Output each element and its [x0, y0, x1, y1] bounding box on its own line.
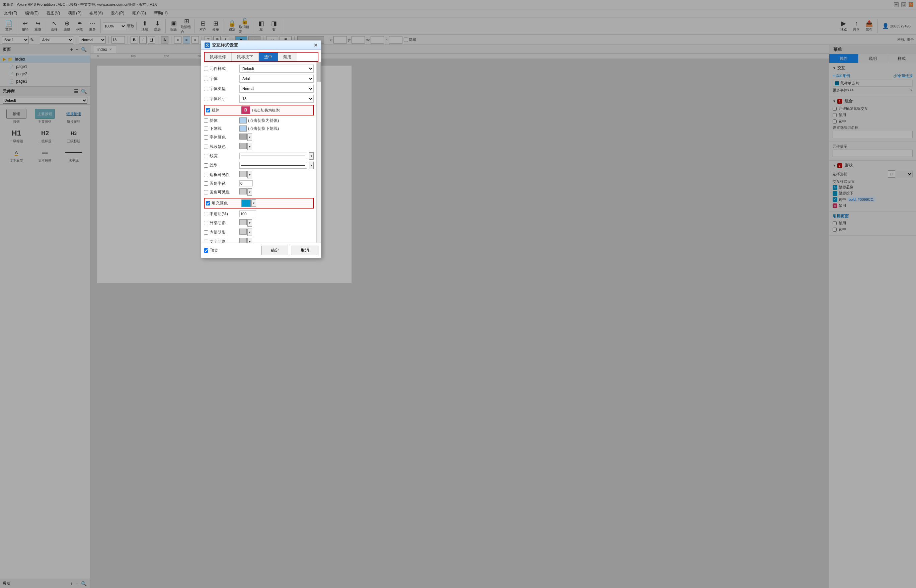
font-style-select-dialog[interactable]: Normal: [240, 85, 314, 93]
font-color-swatch[interactable]: [240, 134, 247, 139]
underline-row: 下划线 (点击切换下划线): [204, 126, 314, 131]
line-color-swatch[interactable]: [240, 143, 247, 149]
opacity-input[interactable]: [240, 210, 256, 217]
font-color-checkbox[interactable]: [204, 135, 208, 139]
underline-checkbox[interactable]: [204, 126, 208, 131]
dialog-tab-selected[interactable]: 选中: [259, 53, 278, 61]
font-color-row: 字体颜色 ▼: [204, 134, 314, 141]
inner-shadow-label: 内部阴影: [204, 229, 237, 235]
line-type-checkbox[interactable]: [204, 163, 208, 168]
widget-style-row: 元件样式 Default: [204, 65, 314, 73]
bold-toggle-button[interactable]: B: [241, 107, 250, 114]
corner-vis-label: 圆角可见性: [204, 189, 237, 195]
underline-swatch[interactable]: [240, 126, 247, 131]
italic-swatch[interactable]: [240, 118, 247, 123]
border-vis-text: 边框可见性: [210, 172, 230, 178]
line-width-value[interactable]: [240, 153, 307, 159]
font-select-dialog[interactable]: Arial: [240, 74, 314, 82]
cancel-button[interactable]: 取消: [291, 246, 319, 255]
italic-row: 斜体 (点击切换为斜体): [204, 118, 314, 123]
line-color-row: 线段颜色 ▼: [204, 143, 314, 150]
corner-vis-checkbox[interactable]: [204, 190, 208, 194]
font-text: 字体: [210, 76, 218, 82]
border-vis-checkbox[interactable]: [204, 173, 208, 177]
text-shadow-swatch[interactable]: [240, 238, 247, 242]
line-width-checkbox[interactable]: [204, 154, 208, 158]
corner-vis-row: 圆角可见性 ▼: [204, 188, 314, 196]
widget-style-text: 元件样式: [210, 66, 226, 72]
border-vis-dropdown[interactable]: ▼: [248, 171, 252, 178]
font-size-checkbox[interactable]: [204, 97, 208, 101]
outer-shadow-swatch[interactable]: [240, 219, 247, 225]
opacity-row: 不透明(%): [204, 210, 314, 217]
border-vis-label: 边框可见性: [204, 172, 237, 178]
italic-text: 斜体: [210, 118, 218, 123]
border-vis-swatch[interactable]: [240, 171, 247, 177]
font-color-value: ▼: [240, 134, 252, 141]
font-style-text: 字体类型: [210, 86, 226, 92]
bold-text: 粗体: [212, 107, 220, 113]
text-shadow-checkbox[interactable]: [204, 240, 208, 243]
corner-vis-value: ▼: [240, 188, 252, 196]
italic-checkbox[interactable]: [204, 118, 208, 123]
outer-shadow-row: 外部阴影 ▼: [204, 219, 314, 226]
inner-shadow-row: 内部阴影 ▼: [204, 229, 314, 236]
font-checkbox[interactable]: [204, 77, 208, 81]
dialog-tab-mouse-hover[interactable]: 鼠标悬停: [205, 53, 232, 61]
corner-vis-dropdown[interactable]: ▼: [248, 188, 252, 196]
dialog-scrollbar[interactable]: [316, 62, 321, 242]
line-type-row: 线型 ▼: [204, 162, 314, 169]
dialog-overlay: 交 交互样式设置 ✕ 鼠标悬停 鼠标按下 选中 禁用 元件样式: [0, 0, 916, 588]
inner-shadow-dropdown[interactable]: ▼: [248, 229, 252, 236]
dialog-tab-container: 鼠标悬停 鼠标按下 选中 禁用: [204, 52, 319, 62]
bold-row: 粗体 B (点击切换为粗体): [204, 105, 314, 115]
bold-checkbox[interactable]: [206, 108, 210, 113]
corner-vis-swatch[interactable]: [240, 188, 247, 194]
underline-value: (点击切换下划线): [240, 126, 279, 131]
outer-shadow-checkbox[interactable]: [204, 221, 208, 225]
text-shadow-text: 文字阴影: [210, 239, 226, 243]
dialog-tab-disabled[interactable]: 禁用: [278, 53, 297, 61]
font-style-label: 字体类型: [204, 86, 237, 92]
text-shadow-dropdown[interactable]: ▼: [248, 238, 252, 242]
opacity-checkbox[interactable]: [204, 212, 208, 216]
fill-color-checkbox[interactable]: [206, 201, 210, 205]
font-size-text: 字体尺寸: [210, 96, 226, 102]
dialog-title-icon: 交: [205, 42, 210, 48]
dialog-tab-mouse-down[interactable]: 鼠标按下: [232, 53, 259, 61]
widget-style-select[interactable]: Default: [240, 65, 314, 73]
corner-radius-input[interactable]: [240, 180, 253, 186]
dialog-close-button[interactable]: ✕: [314, 42, 318, 48]
inner-shadow-swatch[interactable]: [240, 229, 247, 234]
line-width-dropdown[interactable]: ▼: [309, 152, 314, 160]
fill-color-text: 填充颜色: [212, 200, 228, 206]
fill-color-label: 填充颜色: [206, 200, 240, 206]
fill-color-swatch[interactable]: [241, 199, 251, 207]
border-vis-value: ▼: [240, 171, 252, 178]
font-style-checkbox[interactable]: [204, 87, 208, 91]
dialog-body: 元件样式 Default 字体 Arial: [201, 62, 321, 242]
font-color-dropdown[interactable]: ▼: [248, 134, 252, 141]
outer-shadow-dropdown[interactable]: ▼: [248, 219, 252, 226]
preview-label: 预览: [210, 248, 218, 254]
font-color-text: 字体颜色: [210, 134, 226, 140]
line-type-value[interactable]: [240, 162, 307, 169]
line-type-dropdown[interactable]: ▼: [309, 162, 314, 169]
bold-label: 粗体: [206, 107, 240, 113]
dialog-footer-left: 预览: [204, 248, 258, 254]
corner-radius-checkbox[interactable]: [204, 181, 208, 186]
font-size-select-dialog[interactable]: 13: [240, 95, 314, 103]
widget-style-checkbox[interactable]: [204, 66, 208, 71]
dialog-footer: 预览 确定 取消: [201, 242, 321, 258]
scrollbar-thumb[interactable]: [317, 62, 321, 82]
line-color-text: 线段颜色: [210, 144, 226, 150]
line-color-dropdown[interactable]: ▼: [248, 143, 252, 150]
fill-color-value: ▼: [241, 199, 256, 207]
confirm-button[interactable]: 确定: [262, 246, 288, 255]
line-color-checkbox[interactable]: [204, 145, 208, 149]
fill-color-dropdown[interactable]: ▼: [251, 199, 256, 207]
underline-hint-text: (点击切换下划线): [248, 126, 279, 131]
font-color-label: 字体颜色: [204, 134, 237, 140]
preview-checkbox[interactable]: [204, 248, 208, 253]
inner-shadow-checkbox[interactable]: [204, 230, 208, 234]
